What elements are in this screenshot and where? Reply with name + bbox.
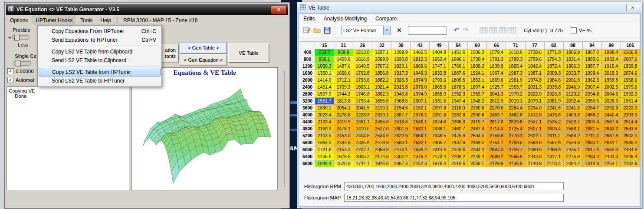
ve-cell-4800-54[interactable]: 2462.7 (449, 126, 468, 133)
ve-cell-3200-94[interactable]: 2050.5 (582, 98, 601, 105)
ve-cell-6800-105[interactable]: 2162.9 (621, 160, 640, 167)
ve-cell-400-15[interactable]: 533.7 (315, 49, 334, 56)
ve-cell-5600-43[interactable]: 2632.1 (411, 139, 430, 146)
ve-cell-3600-66[interactable]: 2270.6 (487, 105, 506, 112)
redo-icon[interactable]: ↷ (463, 27, 469, 33)
ve-cell-400-54[interactable]: 1451.6 (449, 49, 468, 56)
ve-cell-4400-66[interactable]: 2617.6 (487, 119, 506, 126)
ve-cell-5200-77[interactable]: 2622.7 (525, 133, 544, 139)
ve-cell-4000-71[interactable]: 2482.6 (506, 112, 525, 119)
ve-cell-4400-38[interactable]: 2516.8 (391, 119, 411, 126)
ve-cell-4400-43[interactable]: 2536.1 (411, 119, 430, 126)
ve-cell-2800-94[interactable]: 2094.8 (582, 91, 601, 98)
ve-cell-6000-26[interactable]: 2202.4 (353, 146, 372, 153)
ve-cell-400-105[interactable]: 2166.9 (621, 49, 640, 56)
ve-cell-3600-43[interactable]: 2152.1 (411, 105, 430, 112)
ve-cell-1600-77[interactable]: 1987.1 (525, 70, 544, 77)
ve-cell-2400-88[interactable]: 2046.9 (563, 84, 582, 91)
ve-cell-4000-38[interactable]: 2367.7 (391, 112, 411, 119)
ve-cell-3200-15[interactable]: 1561.7 (315, 98, 334, 105)
ve-cell-4000-82[interactable]: 2415.6 (544, 112, 563, 119)
ve-cell-2000-77[interactable]: 1974.8 (525, 77, 544, 84)
rpm-row-header-2000[interactable]: 2000 (300, 77, 315, 84)
automatic-checkbox[interactable]: ✓ (7, 77, 13, 83)
ve-cell-800-49[interactable]: 1652.4 (430, 56, 449, 63)
ve-cell-4400-71[interactable]: 2629.6 (506, 119, 525, 126)
ve-cell-5600-77[interactable]: 2583.8 (525, 139, 544, 146)
ve-cell-2800-105[interactable]: 1992.0 (621, 91, 640, 98)
ve-cell-5200-66[interactable]: 2759.8 (487, 133, 506, 139)
ve-cell-800-99[interactable]: 1933.4 (601, 56, 621, 63)
ve-cell-5600-26[interactable]: 2335.6 (353, 139, 372, 146)
ve-cell-1600-21[interactable]: 1668.6 (334, 70, 353, 77)
ve-cell-6000-49[interactable]: 2313.6 (430, 146, 449, 153)
map-column-header-54[interactable]: 54 (449, 42, 468, 49)
ve-cell-2000-54[interactable]: 1809.5 (449, 77, 468, 84)
ve-cell-5600-38[interactable]: 2580.1 (391, 139, 411, 146)
rpm-row-header-400[interactable]: 400 (300, 49, 315, 56)
ve-cell-400-82[interactable]: 1771.8 (544, 49, 563, 56)
ve-cell-4000-15[interactable]: 2023.4 (315, 112, 334, 119)
ve-cell-400-71[interactable]: 1618.6 (506, 49, 525, 56)
ve-cell-6800-88[interactable]: 2064.4 (563, 160, 582, 167)
generator-titlebar[interactable]: VE Equation <> VE Table Generator - V3.5… (6, 4, 288, 15)
rpm-row-header-5600[interactable]: 5600 (300, 139, 315, 146)
close-button[interactable]: ✕ (626, 4, 639, 12)
ve-cell-2400-82[interactable]: 2035.8 (544, 84, 563, 91)
ve-cell-5600-21[interactable]: 2344.8 (334, 139, 353, 146)
ve-cell-6400-77[interactable]: 2343.0 (525, 153, 544, 160)
ve-cell-4000-60[interactable]: 2300.8 (468, 112, 487, 119)
ve-cell-400-77[interactable]: 1738.6 (525, 49, 544, 56)
ve-cell-2000-32[interactable]: 1882.2 (372, 77, 391, 84)
ve-cell-4800-105[interactable]: 2583.8 (621, 126, 640, 133)
ve-cell-5200-105[interactable]: 2602.0 (621, 133, 640, 139)
ve-cell-6800-32[interactable]: 1926.8 (372, 160, 391, 167)
ve-cell-2400-54[interactable]: 1876.5 (449, 84, 468, 91)
map-column-header-82[interactable]: 82 (544, 42, 563, 49)
ve-cell-3600-71[interactable]: 2284.4 (506, 105, 525, 112)
menubar-item-options[interactable]: Options (6, 16, 32, 25)
chevron-down-icon[interactable]: ▾ (383, 26, 390, 35)
slider-left-arrow-icon[interactable]: ◄ (7, 35, 11, 40)
ve-cell-1600-49[interactable]: 1833.8 (430, 70, 449, 77)
ve-cell-4800-26[interactable]: 2410.0 (353, 126, 372, 133)
ve-cell-1200-77[interactable]: 1842.4 (525, 63, 544, 70)
menu-item-copy-equations-from-hptuner[interactable]: Copy Equations From HPTunerCtrl+C (39, 27, 161, 36)
ve-cell-800-43[interactable]: 1812.3 (411, 56, 430, 63)
ve-cell-3200-105[interactable]: 1961.4 (621, 98, 640, 105)
ve-cell-4800-21[interactable]: 2478.1 (334, 126, 353, 133)
ve-cell-800-60[interactable]: 1730.4 (468, 56, 487, 63)
ve-cell-3200-88[interactable]: 2092.4 (563, 98, 582, 105)
ve-cell-1600-71[interactable]: 1987.3 (506, 70, 525, 77)
ve-cell-6800-15[interactable]: 1046.4 (315, 160, 334, 167)
rpm-row-header-2800[interactable]: 2800 (300, 91, 315, 98)
undo-icon[interactable]: ↶ (454, 27, 460, 33)
ve-cell-4800-60[interactable]: 2487.4 (468, 126, 487, 133)
ve-cell-4800-15[interactable]: 2160.3 (315, 126, 334, 133)
ve-cell-2000-66[interactable]: 1869.6 (487, 77, 506, 84)
ve-cell-800-26[interactable]: 1616.9 (353, 56, 372, 63)
menubar-item-analysis-modifying[interactable]: Analysis Modifying (319, 14, 371, 23)
map-column-header-38[interactable]: 38 (391, 42, 411, 49)
ve-cell-5200-15[interactable]: 2103.9 (315, 133, 334, 139)
ve-cell-1600-99[interactable]: 2019.3 (601, 70, 621, 77)
ve-cell-6400-88[interactable]: 2276.9 (563, 153, 582, 160)
ve-cell-4400-99[interactable]: 2567.4 (601, 119, 621, 126)
ve-cell-5200-54[interactable]: 2475.9 (449, 133, 468, 139)
ve-cell-3200-38[interactable]: 1968.6 (391, 98, 411, 105)
ve-cell-400-32[interactable]: 1297.1 (372, 49, 391, 56)
ve-cell-2800-43[interactable]: 1974.9 (411, 91, 430, 98)
ve-cell-2400-38[interactable]: 2015.8 (391, 84, 411, 91)
ve-cell-2000-94[interactable]: 1962.3 (582, 77, 601, 84)
save-icon[interactable] (322, 25, 332, 36)
ve-cell-6000-66[interactable]: 2697.3 (487, 146, 506, 153)
ve-cell-2800-49[interactable]: 1855.9 (430, 91, 449, 98)
ve-cell-5600-15[interactable]: 1964.3 (315, 139, 334, 146)
ve-cell-2000-21[interactable]: 1712.1 (334, 77, 353, 84)
ve-cell-1600-105[interactable]: 2074.6 (621, 70, 640, 77)
ve-cell-2000-60[interactable]: 1853.1 (468, 77, 487, 84)
rpm-row-header-1600[interactable]: 1600 (300, 70, 315, 77)
ve-cell-1600-94[interactable]: 1999.4 (582, 70, 601, 77)
ve-cell-4400-32[interactable]: 2455.0 (372, 119, 391, 126)
ve-cell-4000-94[interactable]: 2468.2 (582, 112, 601, 119)
